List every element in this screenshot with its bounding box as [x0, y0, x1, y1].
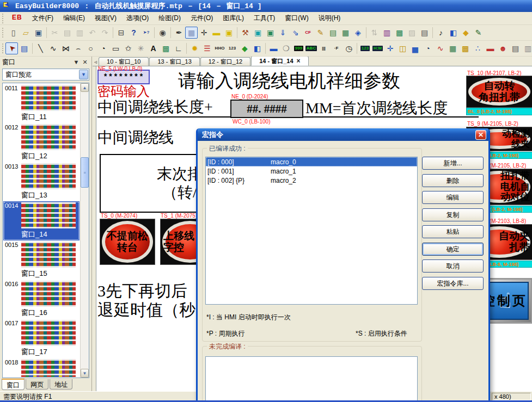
- flow-block-icon[interactable]: ◫: [396, 42, 409, 54]
- ellipse-tool-icon[interactable]: ○: [84, 42, 97, 54]
- key-switch-icon[interactable]: ❍: [280, 42, 292, 54]
- copy-button[interactable]: 复制: [422, 208, 484, 221]
- scale-tool-icon[interactable]: ∟: [172, 42, 185, 54]
- panel-tab-window[interactable]: 窗口: [2, 379, 25, 390]
- sidebar-item-0011[interactable]: 0011窗口_11: [3, 84, 80, 123]
- menu-edit[interactable]: 编辑(E): [58, 12, 90, 24]
- download-icon[interactable]: ⇓: [277, 27, 289, 39]
- ts9-lamp-bar[interactable]: (LB-2, M-198): [486, 152, 532, 159]
- time-display-icon[interactable]: H:M: [371, 42, 384, 54]
- menu-file[interactable]: 文件(F): [27, 12, 58, 24]
- pending-listbox[interactable]: [205, 356, 418, 402]
- dialog-close-icon[interactable]: ✕: [475, 130, 486, 140]
- window-bg-icon[interactable]: ▬: [210, 27, 223, 39]
- scroll-up-icon[interactable]: ▲: [81, 83, 89, 92]
- window-copy-icon[interactable]: ▣: [223, 27, 235, 39]
- help-icon[interactable]: ?: [127, 27, 140, 39]
- tab-window-13[interactable]: 13 - 窗口_13: [149, 57, 199, 66]
- macro-listbox[interactable]: [ID : 000]macro_0[ID : 001]macro_1[ID : …: [205, 157, 418, 305]
- sidebar-item-0015[interactable]: 0015窗口_15: [3, 240, 80, 280]
- cancel-button[interactable]: 取消: [422, 259, 484, 273]
- tab-scroll-left-icon[interactable]: ◃: [94, 59, 97, 65]
- offline-simulate-icon[interactable]: ▣: [264, 27, 277, 39]
- bit-lamp-icon[interactable]: ✹: [188, 42, 201, 54]
- macro-library-button[interactable]: 宏指令库...: [422, 277, 484, 290]
- operator-icon[interactable]: ☻: [497, 42, 509, 54]
- build-data-icon[interactable]: ⇘: [289, 27, 302, 39]
- polygon-tool-icon[interactable]: ✩: [122, 42, 134, 54]
- address-view-icon[interactable]: ◈: [352, 27, 364, 39]
- tab-close-icon[interactable]: ×: [297, 58, 301, 64]
- sidebar-item-0016[interactable]: 0016窗口_16: [3, 280, 80, 319]
- preview-mode-select[interactable]: 窗口预览 ▼: [2, 69, 89, 81]
- ts8-lamp-bar[interactable]: 2 (LB-2, M-198): [486, 206, 532, 213]
- text-tool-icon[interactable]: A: [147, 42, 160, 54]
- combo-arrow-icon[interactable]: ▼: [79, 70, 88, 79]
- numeric-input-widget[interactable]: ##. ####: [230, 100, 303, 118]
- delete-button[interactable]: 删除: [422, 174, 484, 187]
- sidebar-item-0014[interactable]: 0014窗口_14: [3, 201, 80, 240]
- sound-library-icon[interactable]: ♪: [435, 27, 447, 39]
- open-folder-icon[interactable]: ▱: [20, 27, 32, 39]
- picture-manager-icon[interactable]: ▩: [393, 27, 406, 39]
- length-suffix-label[interactable]: MM=首次调绕线长度: [305, 98, 448, 119]
- sidebar-item-0017[interactable]: 0017窗口_17: [3, 319, 80, 358]
- xy-plot-icon[interactable]: ∴: [472, 42, 484, 54]
- history-table-icon[interactable]: ▦: [447, 42, 459, 54]
- sidebar-scrollbar[interactable]: ▲ ≡ ▼: [80, 83, 89, 378]
- word-lamp-icon[interactable]: ☰: [201, 42, 213, 54]
- menu-tool[interactable]: 工具(T): [249, 12, 280, 24]
- polyline-tool-icon[interactable]: ⋈: [59, 42, 72, 54]
- csv-file-icon[interactable]: ▤: [327, 27, 339, 39]
- new-file-icon[interactable]: ▯: [7, 27, 20, 39]
- toggle-switch-icon[interactable]: ◧: [251, 42, 264, 54]
- password-input-widget[interactable]: ********: [97, 70, 150, 84]
- save-icon[interactable]: ▣: [32, 27, 45, 39]
- move-element-icon[interactable]: ✛: [384, 42, 396, 54]
- scroll-down-icon[interactable]: ▼: [81, 369, 89, 378]
- bezier-tool-icon[interactable]: ∿: [47, 42, 59, 54]
- library-icon[interactable]: ▥: [381, 27, 393, 39]
- line-tool-icon[interactable]: ╲: [34, 42, 47, 54]
- macro-editor-icon[interactable]: ✎: [472, 27, 485, 39]
- compile-icon[interactable]: ✒: [173, 27, 185, 39]
- clock-icon[interactable]: ◷: [343, 42, 355, 54]
- direct-window-icon[interactable]: ▬: [267, 42, 280, 54]
- menu-view[interactable]: 视图(V): [90, 12, 121, 24]
- menu-draw[interactable]: 绘图(D): [154, 12, 186, 24]
- canvas-button-ts10[interactable]: 自动转角扭扎带: [466, 76, 532, 108]
- scrollbar-thumb[interactable]: ≡: [81, 157, 89, 188]
- tab-window-12[interactable]: 12 - 窗口_12: [200, 57, 250, 66]
- menu-window[interactable]: 窗口(W): [280, 12, 313, 24]
- system-tools-icon[interactable]: ⚒: [239, 27, 252, 39]
- macro-list-item[interactable]: [ID : 002] {P}macro_2: [206, 176, 417, 185]
- edit-button[interactable]: 编辑: [422, 191, 484, 204]
- recipe-view-icon[interactable]: ▥: [522, 42, 532, 54]
- pie-tool-icon[interactable]: ◔: [97, 42, 109, 54]
- function-f-icon[interactable]: ·F: [330, 42, 343, 54]
- print-icon[interactable]: ⊟: [115, 27, 127, 39]
- menu-help[interactable]: 说明(H): [314, 12, 346, 24]
- picture-view-icon[interactable]: ▩: [459, 42, 472, 54]
- sidebar-item-0012[interactable]: 0012窗口_12: [3, 123, 80, 162]
- context-help-icon[interactable]: ➤?: [140, 27, 152, 39]
- macro-list-item[interactable]: [ID : 001]macro_1: [206, 166, 417, 176]
- panel-tab-web[interactable]: 网页: [26, 379, 48, 389]
- dot-burst-icon[interactable]: ✳: [134, 42, 147, 54]
- numeric-input-icon[interactable]: 123: [359, 42, 371, 54]
- select-pointer-icon[interactable]: ➤: [5, 42, 18, 54]
- sidebar-item-0013[interactable]: 0013窗口_13: [3, 162, 80, 201]
- cf-card-icon[interactable]: CF: [302, 27, 314, 39]
- arc-tool-icon[interactable]: ⌢: [72, 42, 84, 54]
- paste-button[interactable]: 粘贴: [422, 225, 484, 238]
- rect-tool-icon[interactable]: ▭: [109, 42, 122, 54]
- ts7-lamp-bar[interactable]: (LB-8, M-198): [486, 261, 532, 268]
- canvas-button-ts0[interactable]: 不提前松转台: [100, 219, 155, 265]
- panel-pin-icon[interactable]: ▼: [72, 59, 81, 65]
- label-tag-icon[interactable]: ◆: [460, 27, 472, 39]
- event-log-icon[interactable]: ▤: [509, 42, 522, 54]
- picture-tool-icon[interactable]: ▩: [160, 42, 172, 54]
- barcode-icon[interactable]: |||: [317, 42, 330, 54]
- panel-close-icon[interactable]: ✕: [81, 59, 89, 66]
- snap-origin-icon[interactable]: ✛: [198, 27, 210, 39]
